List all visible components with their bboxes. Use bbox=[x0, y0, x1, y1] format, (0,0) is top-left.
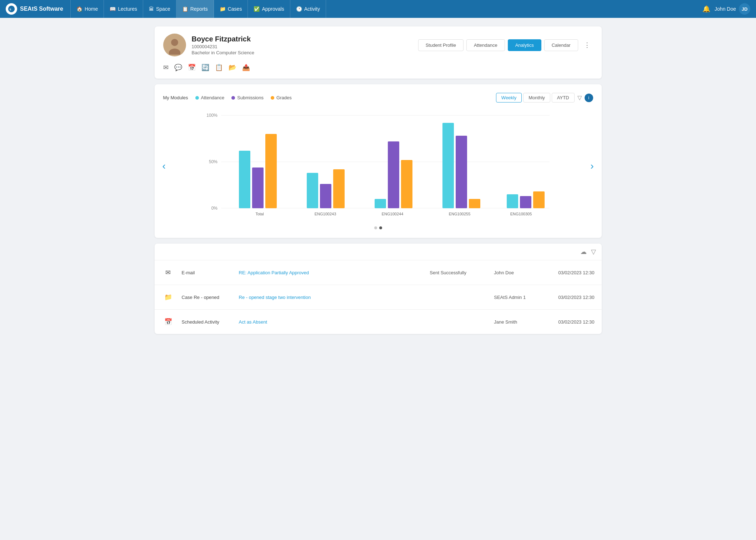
attendance-dot bbox=[195, 96, 199, 100]
avatar bbox=[163, 34, 186, 56]
svg-text:0%: 0% bbox=[211, 206, 217, 211]
activity-link-scheduled[interactable]: Act as Absent bbox=[239, 319, 423, 325]
svg-rect-24 bbox=[456, 136, 467, 208]
activity-row: 📅 Scheduled Activity Act as Absent Jane … bbox=[155, 309, 602, 334]
copy-action-icon[interactable]: 📋 bbox=[215, 64, 223, 71]
activity-user-case: SEAtS Admin 1 bbox=[494, 295, 551, 300]
pagination-dot-2[interactable] bbox=[379, 226, 382, 229]
refresh-action-icon[interactable]: 🔄 bbox=[201, 64, 209, 71]
filter-icon[interactable]: ▽ bbox=[591, 248, 596, 256]
chart-prev-button[interactable]: ‹ bbox=[160, 158, 169, 175]
svg-rect-29 bbox=[533, 191, 545, 208]
monthly-button[interactable]: Monthly bbox=[523, 93, 550, 102]
profile-card: Boyce Fitzpatrick 1000004231 Bachelor in… bbox=[155, 26, 602, 79]
user-avatar[interactable]: JD bbox=[739, 3, 750, 15]
folder-action-icon[interactable]: 📂 bbox=[229, 64, 236, 71]
space-icon: 🏛 bbox=[149, 6, 154, 12]
chart-pagination bbox=[163, 226, 593, 229]
brand-name: SEAtS Software bbox=[20, 6, 63, 12]
tab-attendance[interactable]: Attendance bbox=[466, 39, 505, 51]
svg-rect-15 bbox=[307, 173, 318, 208]
nav-item-activity[interactable]: 🕐 Activity bbox=[290, 0, 326, 18]
svg-text:S: S bbox=[10, 8, 11, 11]
svg-rect-17 bbox=[333, 169, 345, 208]
profile-top: Boyce Fitzpatrick 1000004231 Bachelor in… bbox=[163, 34, 593, 56]
svg-rect-27 bbox=[507, 194, 518, 208]
nav-item-home[interactable]: 🏠 Home bbox=[70, 0, 104, 18]
chart-next-button[interactable]: › bbox=[587, 158, 596, 175]
profile-info: Boyce Fitzpatrick 1000004231 Bachelor in… bbox=[163, 34, 255, 56]
activity-status-email: Sent Successfully bbox=[430, 270, 487, 275]
weekly-button[interactable]: Weekly bbox=[496, 93, 522, 102]
nav-right: 🔔 John Doe JD bbox=[702, 3, 750, 15]
svg-rect-19 bbox=[375, 199, 386, 208]
cases-icon: 📁 bbox=[220, 6, 226, 12]
profile-program: Bachelor in Computer Science bbox=[192, 50, 255, 55]
svg-text:ENG100243: ENG100243 bbox=[314, 212, 336, 216]
activity-link-email[interactable]: RE: Application Partially Approved bbox=[239, 270, 423, 275]
nav-item-lectures[interactable]: 📖 Lectures bbox=[104, 0, 143, 18]
svg-point-3 bbox=[171, 39, 178, 46]
more-options-button[interactable]: ⋮ bbox=[581, 40, 593, 50]
svg-rect-16 bbox=[320, 184, 331, 208]
svg-text:ENG100255: ENG100255 bbox=[449, 212, 470, 216]
activity-type-scheduled: Scheduled Activity bbox=[182, 319, 232, 325]
calendar-action-icon[interactable]: 📅 bbox=[188, 64, 196, 71]
calendar-row-icon: 📅 bbox=[162, 315, 175, 328]
activity-icon: 🕐 bbox=[296, 6, 302, 12]
activity-type-case: Case Re - opened bbox=[182, 295, 232, 300]
case-row-icon: 📁 bbox=[162, 291, 175, 304]
home-icon: 🏠 bbox=[76, 6, 82, 12]
analytics-card: My Modules Attendance Submissions Grades… bbox=[155, 84, 602, 238]
export-action-icon[interactable]: 📤 bbox=[242, 64, 250, 71]
profile-tabs: Student Profile Attendance Analytics Cal… bbox=[418, 39, 578, 51]
brand[interactable]: S SEAtS Software bbox=[6, 3, 63, 15]
email-action-icon[interactable]: ✉ bbox=[163, 64, 169, 71]
svg-rect-21 bbox=[401, 160, 412, 208]
activity-type-email: E-mail bbox=[182, 270, 232, 275]
notification-bell-icon[interactable]: 🔔 bbox=[702, 5, 710, 13]
svg-text:50%: 50% bbox=[209, 159, 217, 164]
activity-link-case[interactable]: Re - opened stage two intervention bbox=[239, 295, 423, 300]
tab-analytics[interactable]: Analytics bbox=[508, 39, 541, 51]
pagination-dot-1[interactable] bbox=[374, 226, 377, 229]
cloud-icon[interactable]: ☁ bbox=[580, 248, 587, 256]
nav-item-approvals[interactable]: ✅ Approvals bbox=[248, 0, 290, 18]
message-action-icon[interactable]: 💬 bbox=[174, 64, 182, 71]
tab-calendar[interactable]: Calendar bbox=[544, 39, 578, 51]
svg-text:100%: 100% bbox=[206, 113, 217, 118]
nav-item-cases[interactable]: 📁 Cases bbox=[214, 0, 248, 18]
svg-rect-28 bbox=[520, 196, 531, 208]
tab-student-profile[interactable]: Student Profile bbox=[418, 39, 464, 51]
profile-details: Boyce Fitzpatrick 1000004231 Bachelor in… bbox=[192, 35, 255, 55]
grades-dot bbox=[271, 96, 274, 100]
activity-card: ☁ ▽ ✉ E-mail RE: Application Partially A… bbox=[155, 244, 602, 334]
email-row-icon: ✉ bbox=[162, 266, 175, 279]
activity-date-email: 03/02/2023 12:30 bbox=[558, 270, 594, 275]
user-name: John Doe bbox=[715, 6, 736, 12]
activity-date-case: 03/02/2023 12:30 bbox=[558, 295, 594, 300]
activity-row: ✉ E-mail RE: Application Partially Appro… bbox=[155, 260, 602, 285]
aytd-button[interactable]: AYTD bbox=[552, 93, 575, 102]
svg-rect-11 bbox=[239, 151, 250, 208]
lectures-icon: 📖 bbox=[110, 6, 116, 12]
activity-row: 📁 Case Re - opened Re - opened stage two… bbox=[155, 285, 602, 309]
submissions-dot bbox=[231, 96, 235, 100]
profile-name: Boyce Fitzpatrick bbox=[192, 35, 255, 43]
activity-user-email: John Doe bbox=[494, 270, 551, 275]
svg-point-0 bbox=[8, 6, 15, 12]
chart-controls: Weekly Monthly AYTD ▽ i bbox=[496, 93, 593, 102]
chart-legend: My Modules Attendance Submissions Grades bbox=[163, 95, 292, 100]
nav-items: 🏠 Home 📖 Lectures 🏛 Space 📋 Reports 📁 Ca… bbox=[70, 0, 702, 18]
chart-container: ‹ › 100% 50% 0% Total bbox=[163, 108, 593, 224]
bar-chart: 100% 50% 0% Total ENG100243 bbox=[163, 108, 593, 222]
svg-text:ENG100305: ENG100305 bbox=[510, 212, 532, 216]
brand-logo: S bbox=[6, 3, 17, 15]
nav-item-reports[interactable]: 📋 Reports bbox=[176, 0, 214, 18]
navbar: S SEAtS Software 🏠 Home 📖 Lectures 🏛 Spa… bbox=[0, 0, 756, 18]
approvals-icon: ✅ bbox=[254, 6, 260, 12]
info-chart-icon[interactable]: i bbox=[585, 94, 593, 102]
filter-chart-icon[interactable]: ▽ bbox=[576, 93, 583, 102]
nav-item-space[interactable]: 🏛 Space bbox=[143, 0, 176, 18]
svg-rect-12 bbox=[252, 168, 264, 208]
